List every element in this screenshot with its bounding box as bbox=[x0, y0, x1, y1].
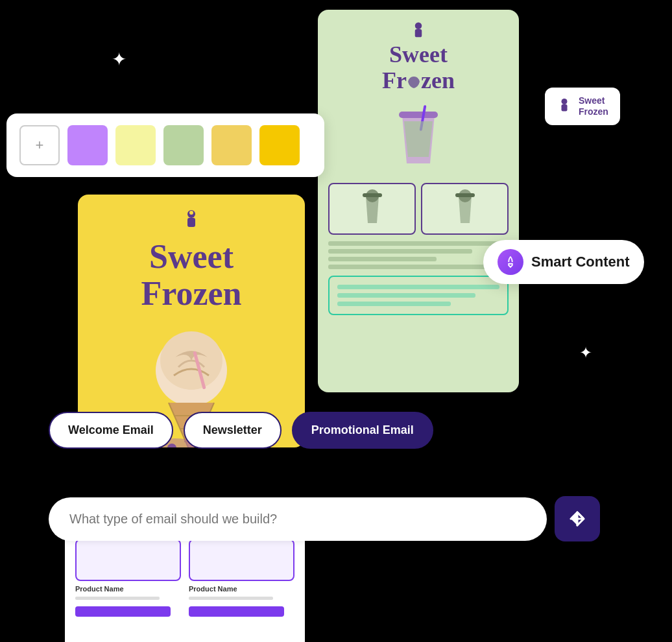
sparkle-mid-right: ✦ bbox=[579, 344, 592, 362]
send-button[interactable] bbox=[555, 496, 600, 541]
mini-brand-card: Sweet Frozen bbox=[545, 88, 620, 125]
chip-promotional-email[interactable]: Promotional Email bbox=[292, 412, 433, 449]
svg-rect-23 bbox=[455, 193, 475, 197]
add-swatch-button[interactable]: + bbox=[19, 125, 60, 165]
bottom-product-card: Product Name Product Name bbox=[65, 529, 305, 642]
chat-input[interactable] bbox=[49, 497, 547, 541]
chat-input-area bbox=[49, 496, 600, 541]
send-arrow-icon bbox=[568, 509, 587, 529]
swatch-yellow-bright[interactable] bbox=[259, 125, 300, 165]
chip-newsletter[interactable]: Newsletter bbox=[184, 412, 282, 449]
smart-content-badge: Smart Content bbox=[483, 240, 644, 284]
green-email-card: SweetFr zen bbox=[318, 10, 519, 392]
green-product-grid bbox=[328, 183, 509, 235]
product-box-2 bbox=[421, 183, 509, 235]
svg-point-16 bbox=[415, 23, 422, 30]
green-hero-image bbox=[328, 105, 509, 176]
svg-rect-1 bbox=[187, 218, 195, 227]
product-item-1: Product Name bbox=[75, 539, 181, 632]
yellow-card-brand-title: SweetFrozen bbox=[141, 238, 242, 312]
swatch-purple[interactable] bbox=[67, 125, 108, 165]
mini-card-icon bbox=[557, 97, 572, 115]
product-image-box-2 bbox=[189, 539, 294, 581]
product-line-2 bbox=[189, 597, 273, 600]
green-card-header: SweetFr zen bbox=[328, 20, 509, 99]
sparkle-top-left: ✦ bbox=[112, 49, 126, 70]
green-text-lines bbox=[328, 241, 509, 269]
color-palette-card: + bbox=[6, 113, 324, 177]
green-brand-title: SweetFr zen bbox=[382, 42, 455, 93]
svg-point-24 bbox=[562, 99, 568, 104]
chip-welcome-email[interactable]: Welcome Email bbox=[49, 412, 173, 449]
smart-content-label: Smart Content bbox=[531, 254, 630, 270]
product-btn-2 bbox=[189, 606, 284, 617]
product-image-box-1 bbox=[75, 539, 181, 581]
svg-rect-18 bbox=[399, 112, 438, 118]
swatch-green-light[interactable] bbox=[163, 125, 204, 165]
swatch-yellow-light[interactable] bbox=[115, 125, 156, 165]
add-icon: + bbox=[36, 137, 44, 154]
yellow-card-brand-icon bbox=[181, 208, 202, 233]
yellow-email-card: SweetFrozen bbox=[78, 195, 305, 447]
product-name-1: Product Name bbox=[75, 585, 181, 593]
chips-row: Welcome Email Newsletter Promotional Ema… bbox=[49, 412, 433, 449]
rocket-icon bbox=[498, 249, 523, 275]
mini-card-text: Sweet Frozen bbox=[579, 95, 608, 117]
swatch-yellow-pale[interactable] bbox=[211, 125, 252, 165]
product-name-2: Product Name bbox=[189, 585, 294, 593]
green-brand-icon bbox=[409, 20, 427, 42]
svg-rect-25 bbox=[562, 104, 568, 112]
product-box-1 bbox=[328, 183, 416, 235]
svg-point-2 bbox=[189, 211, 193, 215]
product-line-1 bbox=[75, 597, 160, 600]
green-cta-box bbox=[328, 276, 509, 315]
product-btn-1 bbox=[75, 606, 171, 617]
svg-rect-21 bbox=[363, 193, 382, 197]
product-item-2: Product Name bbox=[189, 539, 294, 632]
svg-rect-17 bbox=[415, 29, 422, 37]
